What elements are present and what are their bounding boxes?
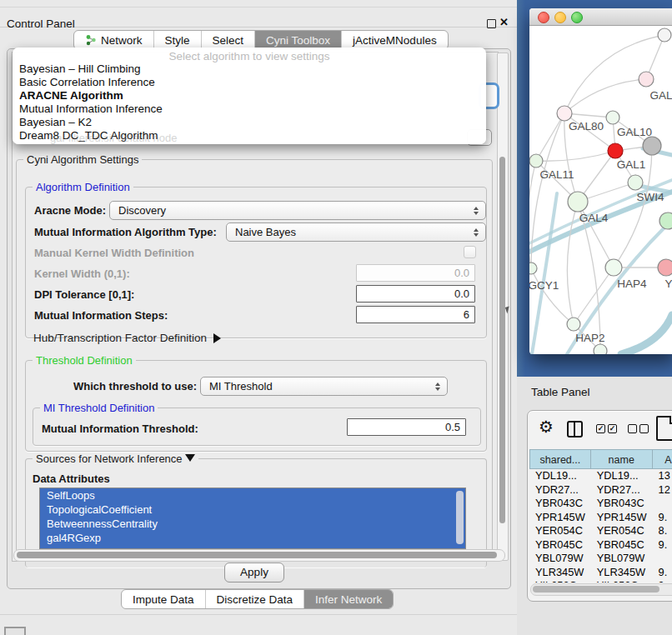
table-row[interactable]: YIL052CYIL052C9: [529, 579, 672, 582]
tab-select[interactable]: Select: [202, 31, 256, 49]
tab-discretize-data[interactable]: Discretize Data: [206, 590, 305, 608]
checked-checkbox-icon[interactable]: ✓: [608, 424, 617, 433]
table-row[interactable]: YBR043CYBR043C: [529, 497, 672, 511]
table-panel-title: Table Panel: [531, 386, 590, 398]
table-toolbar: ⚙ ✓ ✓: [528, 419, 672, 444]
dropdown-item[interactable]: Bayesian – Hill Climbing: [13, 62, 486, 76]
threshold-definition-group: Threshold Definition Which threshold to …: [25, 360, 487, 452]
network-edge-thick[interactable]: [621, 315, 672, 354]
attribute-list-item[interactable]: gal4RGexp: [40, 531, 465, 545]
network-node[interactable]: [658, 259, 672, 276]
mi-threshold-field[interactable]: 0.5: [347, 418, 466, 436]
network-node[interactable]: [557, 106, 572, 121]
algorithm-dropdown-popup: Select algorithm to view settings Bayesi…: [13, 48, 486, 144]
mi-steps-field[interactable]: 6: [356, 306, 475, 323]
close-icon[interactable]: ✕: [499, 16, 509, 28]
network-node[interactable]: [606, 111, 619, 124]
tab-cyni-toolbox[interactable]: Cyni Toolbox: [255, 31, 342, 49]
column-header[interactable]: shared...: [529, 449, 591, 469]
unchecked-checkbox-icon[interactable]: [628, 424, 637, 433]
mi-algorithm-type-select[interactable]: Naive Bayes: [226, 222, 486, 242]
table-cell: YDL19...: [591, 469, 653, 483]
attribute-list-item[interactable]: BetweennessCentrality: [40, 517, 465, 531]
node-label: HAP2: [575, 332, 604, 344]
dropdown-item[interactable]: Bayesian – K2: [13, 116, 486, 129]
close-traffic-light[interactable]: [538, 12, 549, 23]
column-header[interactable]: A: [653, 449, 672, 469]
group-title: Algorithm Definition: [33, 181, 133, 193]
kernel-width-field[interactable]: 0.0: [356, 264, 475, 282]
columns-icon[interactable]: [567, 421, 583, 438]
network-node[interactable]: [643, 137, 661, 155]
attribute-list-item[interactable]: SelfLoops: [40, 488, 465, 502]
dropdown-item[interactable]: Basic Correlation Inference: [13, 76, 486, 89]
network-node[interactable]: [529, 262, 537, 274]
mi-threshold-label: Mutual Information Threshold:: [42, 422, 198, 435]
checked-checkbox-icon[interactable]: ✓: [596, 424, 605, 433]
network-node[interactable]: [594, 344, 607, 354]
node-label: GAL: [649, 89, 672, 102]
zoom-traffic-light[interactable]: [571, 12, 583, 23]
control-panel-titlebar: Control Panel ✕: [0, 7, 517, 28]
dropdown-item[interactable]: Mutual Information Inference: [13, 102, 486, 116]
table-cell: 9.: [653, 511, 672, 525]
tab-infer-network[interactable]: Infer Network: [304, 590, 393, 608]
tab-impute-data[interactable]: Impute Data: [122, 590, 206, 608]
table-row[interactable]: YLR345WYLR345W9.: [529, 566, 672, 580]
table-horizontal-scrollbar[interactable]: [530, 583, 672, 596]
network-node[interactable]: [605, 259, 622, 276]
table-row[interactable]: YDL19...YDL19...13: [529, 469, 672, 483]
network-node[interactable]: [568, 192, 588, 212]
group-title: Cyni Algorithm Settings: [23, 153, 142, 166]
application-window: Control Panel ✕ NetworkStyleSelectCyni T…: [0, 0, 672, 635]
data-attributes-list[interactable]: SelfLoopsTopologicalCoefficientBetweenne…: [39, 488, 466, 549]
table-cell: YIL052C: [591, 579, 653, 582]
hub-definition-expander[interactable]: Hub/Transcription Factor Definition: [33, 332, 221, 344]
list-scrollbar[interactable]: [456, 491, 464, 544]
network-node[interactable]: [659, 212, 672, 229]
network-canvas[interactable]: GALGAL80GAL10GAL1GAL11SWI4GAL4GCY1HAP4YH…: [529, 25, 672, 354]
aracne-mode-select[interactable]: Discovery: [109, 201, 486, 220]
network-node[interactable]: [639, 72, 654, 87]
network-node[interactable]: [628, 175, 643, 190]
kernel-width-label: Kernel Width (0,1):: [34, 268, 130, 280]
table-cell: 9.: [653, 538, 672, 552]
table-row[interactable]: YBR045CYBR045C9.: [529, 538, 672, 552]
horizontal-scrollbar[interactable]: [13, 549, 505, 562]
gear-icon[interactable]: ⚙: [539, 417, 554, 437]
page-icon[interactable]: [656, 416, 672, 441]
node-label: GAL1: [617, 158, 646, 171]
network-node[interactable]: [608, 143, 623, 158]
tab-network[interactable]: Network: [74, 31, 154, 49]
table-row[interactable]: YBL079WYBL079W: [529, 552, 672, 566]
network-node[interactable]: [567, 318, 580, 331]
network-edge[interactable]: [564, 79, 646, 113]
window-divider: [0, 614, 517, 615]
table-row[interactable]: YPR145WYPR145W9.: [529, 511, 672, 525]
manual-kernel-checkbox[interactable]: [464, 246, 476, 258]
network-node[interactable]: [658, 28, 671, 42]
mini-panel-button[interactable]: [4, 627, 26, 635]
node-label: Y: [664, 278, 672, 290]
tab-jactivemnodules[interactable]: jActiveMNodules: [342, 31, 448, 49]
network-window-titlebar[interactable]: [529, 8, 672, 26]
float-icon[interactable]: [487, 19, 496, 28]
table-cell: YBR045C: [529, 538, 591, 552]
dpi-tolerance-field[interactable]: 0.0: [356, 285, 475, 302]
tab-style[interactable]: Style: [154, 31, 202, 49]
network-edge-thick[interactable]: [532, 193, 557, 354]
network-node[interactable]: [529, 154, 543, 168]
table-row[interactable]: YER054CYER054C8.: [529, 524, 672, 538]
unchecked-checkbox-icon[interactable]: [639, 424, 649, 433]
sources-expander[interactable]: Sources for Network Inference: [33, 452, 198, 465]
column-header[interactable]: name: [591, 449, 653, 469]
threshold-select[interactable]: MI Threshold: [200, 377, 448, 396]
table-cell: 9: [653, 579, 672, 582]
apply-button[interactable]: Apply: [224, 562, 284, 582]
minimize-traffic-light[interactable]: [554, 12, 566, 23]
table-row[interactable]: YDR27...YDR27...12: [529, 483, 672, 498]
network-edge[interactable]: [536, 113, 564, 161]
dropdown-item[interactable]: ARACNE Algorithm: [13, 89, 486, 102]
attribute-list-item[interactable]: TopologicalCoefficient: [40, 502, 465, 517]
table-rows: YDL19...YDL19...13YDR27...YDR27...12YBR0…: [529, 469, 672, 582]
